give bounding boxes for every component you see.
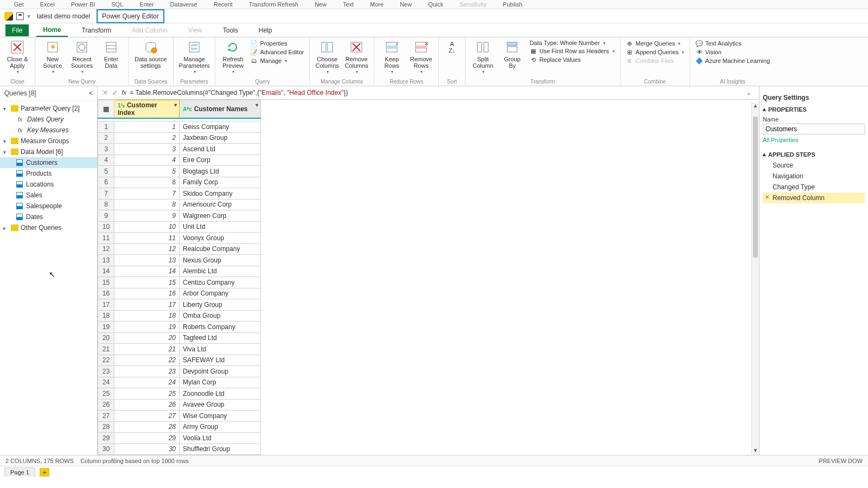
- table-row[interactable]: 2222SAFEWAY Ltd: [98, 355, 261, 366]
- row-number[interactable]: 3: [98, 144, 114, 155]
- row-number[interactable]: 30: [98, 444, 114, 455]
- merge-queries-button[interactable]: ⊕Merge Queries▾: [626, 40, 685, 47]
- collapse-icon[interactable]: ▴: [763, 106, 766, 113]
- collapse-icon[interactable]: ▴: [763, 151, 766, 158]
- row-number[interactable]: 2: [98, 132, 114, 144]
- cell-customer-name[interactable]: Shuffledri Group: [180, 444, 261, 455]
- advanced-editor-button[interactable]: 📝Advanced Editor: [250, 48, 304, 56]
- formula-expand-icon[interactable]: ⌄: [746, 89, 755, 97]
- applied-step[interactable]: Source: [763, 160, 865, 171]
- cell-customer-index[interactable]: 25: [114, 388, 180, 400]
- scroll-thumb[interactable]: [753, 117, 758, 258]
- table-row[interactable]: 11Geiss Company: [98, 121, 261, 133]
- tab-tools[interactable]: Tools: [216, 24, 245, 36]
- cell-customer-index[interactable]: 7: [114, 188, 180, 200]
- column-filter-icon[interactable]: ▾: [256, 102, 258, 108]
- cell-customer-index[interactable]: 26: [114, 399, 180, 410]
- cell-customer-name[interactable]: Walgreen Corp: [180, 210, 261, 222]
- row-number[interactable]: 10: [98, 221, 114, 233]
- cell-customer-name[interactable]: Eire Corp: [180, 155, 261, 166]
- cell-customer-index[interactable]: 18: [114, 310, 180, 322]
- row-number[interactable]: 27: [98, 410, 114, 422]
- table-row[interactable]: 1313Nexus Group: [98, 255, 261, 266]
- external-menu-item[interactable]: Power BI: [68, 1, 99, 8]
- keep-rows-button[interactable]: ✓Keep Rows▾: [380, 40, 404, 75]
- new-source-button[interactable]: ✶New Source▾: [41, 40, 65, 75]
- table-row[interactable]: 1717Liberty Group: [98, 299, 261, 311]
- applied-step[interactable]: Navigation: [763, 171, 865, 182]
- table-row[interactable]: 1818Omba Group: [98, 310, 261, 322]
- column-header-customer-names[interactable]: AᴮcCustomer Names▾: [180, 100, 261, 119]
- cell-customer-index[interactable]: 14: [114, 266, 180, 277]
- cell-customer-name[interactable]: Omba Group: [180, 310, 261, 322]
- tree-item[interactable]: Locations: [0, 179, 97, 190]
- cell-customer-name[interactable]: Family Corp: [180, 177, 261, 188]
- tree-item[interactable]: Sales: [0, 190, 97, 201]
- cell-customer-index[interactable]: 8: [114, 199, 180, 210]
- cell-customer-index[interactable]: 20: [114, 332, 180, 344]
- row-number[interactable]: 13: [98, 255, 114, 266]
- column-header-customer-index[interactable]: 1²₃Customer Index▾: [114, 100, 180, 119]
- tree-folder[interactable]: ▾Parameter Query [2]: [0, 103, 97, 114]
- cell-customer-index[interactable]: 10: [114, 221, 180, 233]
- cell-customer-name[interactable]: Avavee Group: [180, 399, 261, 410]
- cell-customer-name[interactable]: Arbor Company: [180, 288, 261, 299]
- external-menu-item[interactable]: Sensitivity: [456, 1, 490, 8]
- cell-customer-name[interactable]: Army Group: [180, 421, 261, 433]
- scroll-down-icon[interactable]: ▼: [752, 447, 759, 455]
- cell-customer-index[interactable]: 11: [114, 233, 180, 244]
- cell-customer-index[interactable]: 24: [114, 377, 180, 388]
- row-number[interactable]: 7: [98, 188, 114, 200]
- tree-item[interactable]: Dates: [0, 211, 97, 222]
- refresh-preview-button[interactable]: Refresh Preview▾: [221, 40, 245, 75]
- external-menu-item[interactable]: Dataverse: [167, 1, 201, 8]
- table-row[interactable]: 2424Mylan Corp: [98, 377, 261, 388]
- close-apply-button[interactable]: Close & Apply▾: [5, 40, 29, 75]
- row-number[interactable]: 11: [98, 233, 114, 244]
- table-row[interactable]: 2020Tagfeed Ltd: [98, 332, 261, 344]
- applied-step[interactable]: Changed Type: [763, 182, 865, 192]
- manage-button[interactable]: 🗂Manage▾: [250, 57, 304, 65]
- cell-customer-index[interactable]: 2: [114, 132, 180, 144]
- data-source-settings-button[interactable]: Data source settings: [135, 40, 167, 69]
- cell-customer-index[interactable]: 21: [114, 344, 180, 355]
- remove-columns-button[interactable]: Remove Columns▾: [344, 40, 368, 75]
- cell-customer-name[interactable]: SAFEWAY Ltd: [180, 355, 261, 366]
- table-row[interactable]: 1515Centizu Company: [98, 277, 261, 288]
- table-row[interactable]: 1414Alembic Ltd: [98, 266, 261, 277]
- replace-values-button[interactable]: ⟲Replace Values: [529, 56, 614, 63]
- cell-customer-name[interactable]: Nexus Group: [180, 255, 261, 266]
- table-row[interactable]: 3030Shuffledri Group: [98, 444, 261, 455]
- cell-customer-name[interactable]: Skidoo Company: [180, 188, 261, 200]
- sort-asc-button[interactable]: AZ↓: [444, 40, 459, 55]
- cell-customer-index[interactable]: 22: [114, 355, 180, 366]
- cell-customer-name[interactable]: Geiss Company: [180, 121, 261, 133]
- row-number[interactable]: 26: [98, 399, 114, 410]
- cell-customer-name[interactable]: Zoonoodle Ltd: [180, 388, 261, 400]
- table-row[interactable]: 1919Roberts Company: [98, 322, 261, 333]
- cell-customer-name[interactable]: Voolia Ltd: [180, 433, 261, 444]
- table-row[interactable]: 2929Voolia Ltd: [98, 433, 261, 444]
- table-row[interactable]: 55Blogtags Ltd: [98, 166, 261, 177]
- cell-customer-name[interactable]: Mylan Corp: [180, 377, 261, 388]
- text-analytics-button[interactable]: 💬Text Analytics: [695, 40, 770, 47]
- cell-customer-index[interactable]: 29: [114, 433, 180, 444]
- table-row[interactable]: 2626Avavee Group: [98, 399, 261, 410]
- tab-home[interactable]: Home: [36, 24, 67, 37]
- cell-customer-name[interactable]: Roberts Company: [180, 322, 261, 333]
- save-icon[interactable]: [16, 12, 24, 20]
- row-number[interactable]: 18: [98, 310, 114, 322]
- external-menu-item[interactable]: Enter: [136, 1, 157, 8]
- external-menu-item[interactable]: Publish: [500, 1, 526, 8]
- table-row[interactable]: 77Skidoo Company: [98, 188, 261, 200]
- cell-customer-index[interactable]: 17: [114, 299, 180, 311]
- cell-customer-index[interactable]: 30: [114, 444, 180, 455]
- first-row-headers-button[interactable]: ▦Use First Row as Headers▾: [529, 47, 614, 55]
- cell-customer-name[interactable]: Centizu Company: [180, 277, 261, 288]
- row-number[interactable]: 6: [98, 177, 114, 188]
- table-row[interactable]: 22Jaxbean Group: [98, 132, 261, 144]
- group-by-button[interactable]: Group By: [500, 40, 524, 69]
- row-number[interactable]: 20: [98, 332, 114, 344]
- row-number[interactable]: 24: [98, 377, 114, 388]
- table-row[interactable]: 1010Unit Ltd: [98, 221, 261, 233]
